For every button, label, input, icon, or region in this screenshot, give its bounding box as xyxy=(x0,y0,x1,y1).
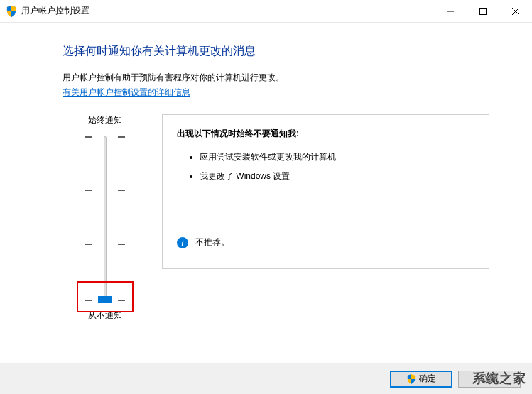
info-icon: i xyxy=(177,237,188,248)
minimize-button[interactable] xyxy=(434,0,467,23)
uac-shield-icon xyxy=(406,374,416,384)
ok-button-label: 确定 xyxy=(419,373,436,385)
cancel-button-label: 取消 xyxy=(481,373,498,385)
slider-tick xyxy=(118,136,125,138)
slider-tick xyxy=(85,136,92,138)
window-title: 用户帐户控制设置 xyxy=(21,5,434,17)
main-area: 始终通知 从不通知 出现以下情况时始终不要通知我: 应用尝试安装软件或更改我的计… xyxy=(63,114,489,322)
page-heading: 选择何时通知你有关计算机更改的消息 xyxy=(63,44,489,59)
recommendation-text: 不推荐。 xyxy=(195,236,229,248)
maximize-button[interactable] xyxy=(467,0,499,23)
titlebar: 用户帐户控制设置 xyxy=(0,0,532,23)
highlight-annotation xyxy=(77,281,134,312)
cancel-button[interactable]: 取消 xyxy=(458,371,521,388)
content-area: 选择何时通知你有关计算机更改的消息 用户帐户控制有助于预防有害程序对你的计算机进… xyxy=(0,23,532,322)
footer-bar: 确定 取消 xyxy=(0,363,532,394)
slider-column: 始终通知 从不通知 xyxy=(63,114,148,322)
info-recommendation: i 不推荐。 xyxy=(177,236,229,248)
ok-button[interactable]: 确定 xyxy=(390,371,452,388)
uac-shield-icon xyxy=(6,6,17,17)
info-list: 应用尝试安装软件或更改我的计算机 我更改了 Windows 设置 xyxy=(177,151,474,182)
info-title: 出现以下情况时始终不要通知我: xyxy=(177,128,474,140)
slider-tick xyxy=(118,190,125,192)
info-list-item: 应用尝试安装软件或更改我的计算机 xyxy=(200,151,474,163)
info-panel: 出现以下情况时始终不要通知我: 应用尝试安装软件或更改我的计算机 我更改了 Wi… xyxy=(162,114,489,269)
svg-rect-1 xyxy=(480,9,487,15)
notification-slider[interactable] xyxy=(63,136,148,300)
slider-top-label: 始终通知 xyxy=(63,114,148,126)
slider-track xyxy=(104,136,107,300)
slider-tick xyxy=(85,190,92,192)
window-controls xyxy=(434,0,532,22)
page-description: 用户帐户控制有助于预防有害程序对你的计算机进行更改。 xyxy=(63,72,489,84)
info-list-item: 我更改了 Windows 设置 xyxy=(200,170,474,182)
close-button[interactable] xyxy=(499,0,532,23)
details-link[interactable]: 有关用户帐户控制设置的详细信息 xyxy=(63,87,190,97)
slider-tick xyxy=(85,244,92,246)
slider-tick xyxy=(118,244,125,246)
